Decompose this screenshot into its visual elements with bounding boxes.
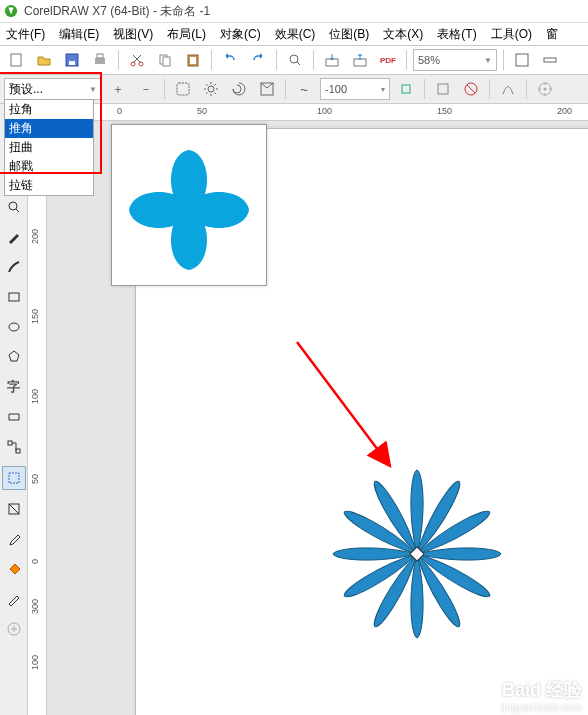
minus-icon: － [140, 81, 152, 98]
wave-button[interactable]: ~ [292, 77, 316, 101]
outline-tool[interactable] [3, 588, 25, 610]
preset-option[interactable]: 扭曲 [5, 138, 93, 157]
envelope-button[interactable] [255, 77, 279, 101]
publish-pdf-button[interactable]: PDF [376, 48, 400, 72]
new-button[interactable] [4, 48, 28, 72]
transparency-tool[interactable] [3, 498, 25, 520]
distort-icon [6, 470, 22, 486]
parallel-dim-tool[interactable] [3, 406, 25, 428]
svg-rect-21 [438, 84, 448, 94]
fill-tool[interactable] [3, 558, 25, 580]
menu-object[interactable]: 对象(C) [220, 26, 261, 43]
save-button[interactable] [60, 48, 84, 72]
cut-button[interactable] [125, 48, 149, 72]
ruler-tick: 200 [30, 229, 40, 244]
svg-rect-16 [544, 58, 556, 62]
svg-rect-17 [177, 83, 189, 95]
preset-options-list: 拉角 推角 扭曲 邮戳 拉链 [4, 99, 94, 196]
add-preset-button[interactable]: ＋ [106, 77, 130, 101]
redo-icon [250, 52, 266, 68]
preset-option[interactable]: 邮戳 [5, 157, 93, 176]
menu-text[interactable]: 文本(X) [383, 26, 423, 43]
menu-edit[interactable]: 编辑(E) [59, 26, 99, 43]
freehand-tool[interactable] [3, 226, 25, 248]
amplitude-value: -100 [325, 83, 347, 95]
distort-tool[interactable] [2, 466, 26, 490]
menu-table[interactable]: 表格(T) [437, 26, 476, 43]
ruler-tick: 200 [557, 106, 572, 116]
svg-rect-30 [8, 441, 12, 445]
artistic-tool[interactable] [3, 256, 25, 278]
print-button[interactable] [88, 48, 112, 72]
clear-distort-button[interactable] [459, 77, 483, 101]
export-button[interactable] [348, 48, 372, 72]
fullscreen-button[interactable] [510, 48, 534, 72]
preset-option[interactable]: 拉角 [5, 100, 93, 119]
menu-window[interactable]: 窗 [546, 26, 558, 43]
sun-icon [202, 80, 220, 98]
ruler-tick: 150 [30, 309, 40, 324]
menu-file[interactable]: 文件(F) [6, 26, 45, 43]
menu-bitmap[interactable]: 位图(B) [329, 26, 369, 43]
zoom-tool[interactable] [3, 196, 25, 218]
menu-layout[interactable]: 布局(L) [167, 26, 206, 43]
copy-distort-button[interactable] [431, 77, 455, 101]
zoom-input[interactable]: 58% ▼ [413, 49, 497, 71]
ruler-tick: 150 [437, 106, 452, 116]
add-node-icon [398, 81, 414, 97]
separator [489, 79, 490, 99]
import-button[interactable] [320, 48, 344, 72]
add-node-button[interactable] [394, 77, 418, 101]
svg-rect-20 [402, 85, 410, 93]
pen-icon [6, 229, 22, 245]
standard-toolbar: PDF 58% ▼ [0, 46, 588, 75]
dimension-icon [6, 409, 22, 425]
bucket-icon [6, 561, 22, 577]
watermark-url: jingyan.baidu.com [501, 702, 582, 713]
window-title: CorelDRAW X7 (64-Bit) - 未命名 -1 [24, 3, 210, 20]
menu-tool[interactable]: 工具(O) [491, 26, 532, 43]
connector-tool[interactable] [3, 436, 25, 458]
open-button[interactable] [32, 48, 56, 72]
ruler-tick: 100 [30, 389, 40, 404]
redo-button[interactable] [246, 48, 270, 72]
text-tool[interactable]: 字 [3, 376, 25, 398]
fullscreen-icon [514, 52, 530, 68]
preset-option[interactable]: 拉链 [5, 176, 93, 195]
copy-icon [157, 52, 173, 68]
menu-effect[interactable]: 效果(C) [275, 26, 316, 43]
paste-button[interactable] [181, 48, 205, 72]
svg-rect-9 [163, 57, 170, 66]
canvas[interactable]: 050100150200 [47, 104, 588, 715]
search-button[interactable] [283, 48, 307, 72]
app-logo-icon [4, 4, 18, 18]
svg-point-24 [544, 88, 547, 91]
object-props-button[interactable] [533, 77, 557, 101]
separator [211, 50, 212, 70]
convert-curve-button[interactable] [496, 77, 520, 101]
svg-point-18 [208, 86, 214, 92]
amplitude-input[interactable]: -100 ▾ [320, 78, 390, 100]
copy-button[interactable] [153, 48, 177, 72]
eyedropper-tool[interactable] [3, 528, 25, 550]
polygon-tool[interactable] [3, 346, 25, 368]
push-pull-button[interactable] [171, 77, 195, 101]
preset-dropdown[interactable]: 预设... ▼ 拉角 推角 扭曲 邮戳 拉链 [4, 78, 102, 100]
menu-view[interactable]: 视图(V) [113, 26, 153, 43]
undo-button[interactable] [218, 48, 242, 72]
star-distort-button[interactable] [199, 77, 223, 101]
twister-button[interactable] [227, 77, 251, 101]
ellipse-tool[interactable] [3, 316, 25, 338]
print-icon [92, 52, 108, 68]
preset-option[interactable]: 推角 [5, 119, 93, 138]
svg-rect-1 [11, 54, 21, 66]
remove-preset-button[interactable]: － [134, 77, 158, 101]
rulers-button[interactable] [538, 48, 562, 72]
separator [276, 50, 277, 70]
copy-distort-icon [435, 81, 451, 97]
transparency-icon [6, 501, 22, 517]
rectangle-tool[interactable] [3, 286, 25, 308]
separator [503, 50, 504, 70]
paste-icon [185, 52, 201, 68]
quick-customize[interactable] [3, 618, 25, 640]
